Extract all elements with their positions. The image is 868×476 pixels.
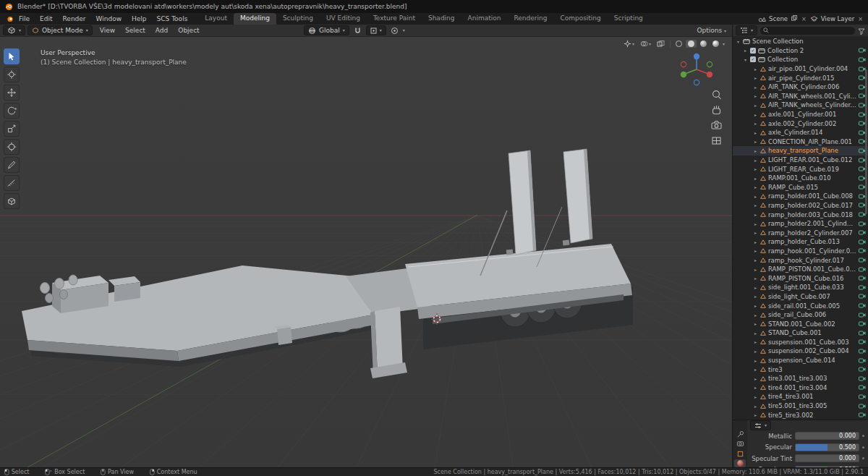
rotate-tool[interactable] xyxy=(4,103,20,119)
viewport-canvas[interactable] xyxy=(0,37,732,467)
workspace-tab-layout[interactable]: Layout xyxy=(198,13,234,25)
disclosure-triangle-icon[interactable]: ▸ xyxy=(753,103,758,108)
disclosure-triangle-icon[interactable]: ▸ xyxy=(753,239,758,245)
transform-tool[interactable] xyxy=(4,139,20,155)
collection-checkbox[interactable]: ✓ xyxy=(750,56,756,62)
view-layer-name[interactable]: View Layer xyxy=(821,15,855,22)
menu-scs-tools[interactable]: SCS Tools xyxy=(152,15,193,22)
pan-hand-icon[interactable] xyxy=(713,106,720,114)
outliner-row-object[interactable]: ▸ramp_holder2_Cylinder.007 xyxy=(733,228,868,237)
unlink-scene-button[interactable]: × xyxy=(801,16,807,22)
disable-in-renders-icon[interactable] xyxy=(859,385,868,390)
outliner-row-object[interactable]: ▸RAMP_Cube.015 xyxy=(733,183,868,192)
outliner-search-input[interactable] xyxy=(760,27,855,35)
disclosure-triangle-icon[interactable]: ▸ xyxy=(753,394,758,399)
outliner-row-object[interactable]: ▸AIR_TANK_wheels.001_Cylinder.003 xyxy=(733,92,868,101)
menu-window[interactable]: Window xyxy=(91,15,127,22)
menu-help[interactable]: Help xyxy=(127,15,152,22)
disable-in-renders-icon[interactable] xyxy=(859,239,868,245)
properties-editor-dropdown[interactable]: ▾ xyxy=(750,420,771,430)
disclosure-triangle-icon[interactable]: ▸ xyxy=(753,203,758,208)
disclosure-triangle-icon[interactable]: ▸ xyxy=(753,248,758,253)
disable-in-renders-icon[interactable] xyxy=(859,358,868,363)
disclosure-triangle-icon[interactable]: ▸ xyxy=(753,221,758,226)
disclosure-triangle-icon[interactable]: ▸ xyxy=(753,194,758,199)
outliner-row-object[interactable]: ▸axle_Cylinder.014 xyxy=(733,128,868,137)
disclosure-triangle-icon[interactable]: ▸ xyxy=(753,258,758,263)
options-dropdown[interactable]: Options ▾ xyxy=(697,27,726,34)
shading-material-button[interactable] xyxy=(698,40,709,48)
outliner-row-object[interactable]: ▸side_rail.001_Cube.005 xyxy=(733,301,868,310)
disclosure-triangle-icon[interactable]: ▾ xyxy=(743,57,748,62)
animate-dot[interactable] xyxy=(862,457,864,459)
disclosure-triangle-icon[interactable]: ▸ xyxy=(753,331,758,336)
workspace-tab-uv-editing[interactable]: UV Editing xyxy=(320,13,367,25)
disable-in-renders-icon[interactable] xyxy=(859,294,868,299)
disable-in-renders-icon[interactable] xyxy=(859,48,868,53)
disable-in-renders-icon[interactable] xyxy=(859,349,868,354)
mode-dropdown[interactable]: Object Mode▾ xyxy=(27,25,93,35)
workspace-tab-rendering[interactable]: Rendering xyxy=(507,13,553,25)
disclosure-triangle-icon[interactable]: ▸ xyxy=(753,212,758,217)
shading-rendered-button[interactable] xyxy=(710,40,721,48)
disable-in-renders-icon[interactable] xyxy=(859,276,868,281)
select-box-tool[interactable] xyxy=(4,48,20,64)
outliner-row-object[interactable]: ▸heavy_transport_Plane xyxy=(733,146,868,156)
value-slider[interactable]: 0.000 xyxy=(795,432,859,440)
workspace-tab-shading[interactable]: Shading xyxy=(422,13,461,25)
disable-in-renders-icon[interactable] xyxy=(859,339,868,344)
disclosure-triangle-icon[interactable]: ▸ xyxy=(753,367,758,372)
outliner-row-object[interactable]: ▸STAND_Cube.001 xyxy=(733,328,868,338)
outliner-row-object[interactable]: ▸axle.001_Cylinder.001 xyxy=(733,110,868,119)
shading-wireframe-button[interactable] xyxy=(673,40,684,48)
add-cube-tool[interactable] xyxy=(4,193,20,209)
value-slider[interactable]: 0.500 xyxy=(795,443,859,451)
outliner-row-object[interactable]: ▸ramp_hook.001_Cylinder.008 xyxy=(733,247,868,256)
disclosure-triangle-icon[interactable]: ▸ xyxy=(753,321,758,326)
disable-in-renders-icon[interactable] xyxy=(859,412,868,417)
disclosure-triangle-icon[interactable]: ▸ xyxy=(753,166,758,171)
disable-in-renders-icon[interactable] xyxy=(859,321,868,326)
camera-view-icon[interactable] xyxy=(712,122,721,129)
disclosure-triangle-icon[interactable]: ▸ xyxy=(753,339,758,344)
outliner-row-object[interactable]: ▸RAMP_PISTON.001_Cube.011 xyxy=(733,265,868,274)
outliner-row-object[interactable]: ▸side_light.001_Cube.033 xyxy=(733,283,868,292)
animate-dot[interactable] xyxy=(862,446,864,449)
disclosure-triangle-icon[interactable]: ▾ xyxy=(736,39,741,44)
disclosure-triangle-icon[interactable]: ▸ xyxy=(753,121,758,126)
disclosure-triangle-icon[interactable]: ▸ xyxy=(753,276,758,281)
disable-in-renders-icon[interactable] xyxy=(859,367,868,372)
heavy-transporter-model[interactable] xyxy=(22,149,633,378)
outliner-row-collection[interactable]: ▾✓Collection xyxy=(733,55,868,64)
outliner-row-object[interactable]: ▸axle.002_Cylinder.002 xyxy=(733,119,868,128)
disclosure-triangle-icon[interactable]: ▸ xyxy=(753,85,758,90)
cursor-tool[interactable] xyxy=(4,67,20,82)
workspace-tab-sculpting[interactable]: Sculpting xyxy=(276,13,320,25)
outliner-row-object[interactable]: ▸AIR_TANK_wheels_Cylinder.010 xyxy=(733,101,868,110)
disclosure-triangle-icon[interactable]: ▸ xyxy=(753,349,758,354)
outliner-row-object[interactable]: ▸air_pipe.001_Cylinder.004 xyxy=(733,64,868,74)
shading-solid-button[interactable] xyxy=(686,40,697,48)
workspace-tab-texture-paint[interactable]: Texture Paint xyxy=(367,13,422,25)
zoom-icon[interactable] xyxy=(713,91,721,99)
disclosure-triangle-icon[interactable]: ▸ xyxy=(753,303,758,308)
disclosure-triangle-icon[interactable]: ▸ xyxy=(753,412,758,417)
perspective-toggle-icon[interactable] xyxy=(712,137,720,144)
workspace-tab-compositing[interactable]: Compositing xyxy=(553,13,607,25)
workspace-tab-modeling[interactable]: Modeling xyxy=(234,13,276,25)
properties-tab-render[interactable] xyxy=(734,440,746,448)
outliner-row-object[interactable]: ▸side_light_Cube.007 xyxy=(733,292,868,302)
outliner-row-object[interactable]: ▸side_rail_Cube.006 xyxy=(733,310,868,320)
outliner-row-object[interactable]: ▸tire4.001_tire3.004 xyxy=(733,383,868,393)
viewport-menu-add[interactable]: Add xyxy=(150,27,173,34)
disable-in-renders-icon[interactable] xyxy=(859,404,868,409)
disclosure-triangle-icon[interactable]: ▸ xyxy=(753,112,758,117)
outliner-row-object[interactable]: ▸ramp_holder.003_Cube.018 xyxy=(733,210,868,219)
outliner-row-object[interactable]: ▸tire3 xyxy=(733,365,868,374)
outliner-row-object[interactable]: ▸ramp_holder.001_Cube.008 xyxy=(733,192,868,201)
disable-in-renders-icon[interactable] xyxy=(859,248,868,253)
outliner-row-object[interactable]: ▸LIGHT_REAR.001_Cube.012 xyxy=(733,156,868,165)
menu-edit[interactable]: Edit xyxy=(35,15,57,22)
outliner-row-object[interactable]: ▸tire3.001_tire3.003 xyxy=(733,374,868,383)
properties-tab-material[interactable] xyxy=(734,459,746,467)
